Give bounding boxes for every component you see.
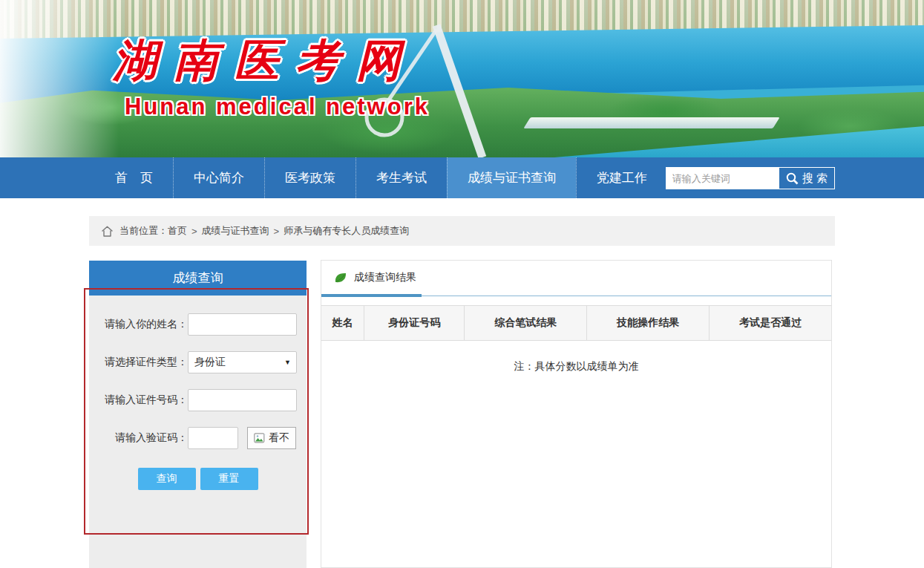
results-table-header-row: 姓名 身份证号码 综合笔试结果 技能操作结果 考试是否通过 [321, 305, 831, 341]
score-query-panel: 成绩查询 请输入你的姓名： 请选择证件类型： 身份证 ▼ 请输入证件号码： 请输… [89, 261, 307, 568]
col-header-written-result: 综合笔试结果 [464, 306, 586, 340]
site-logo-title: 湖南医考网 [113, 31, 417, 91]
breadcrumb-separator: > [274, 226, 280, 237]
col-header-id-number: 身份证号码 [364, 306, 464, 340]
reset-button[interactable]: 重置 [200, 468, 258, 490]
leaf-icon [334, 272, 347, 284]
captcha-image[interactable]: 看不 [247, 427, 296, 449]
home-icon [101, 225, 114, 238]
results-tabbar: 成绩查询结果 [321, 261, 831, 295]
form-row-name: 请输入你的姓名： [99, 313, 297, 336]
name-field-label: 请输入你的姓名： [99, 318, 188, 331]
breadcrumb-item-score-query[interactable]: 成绩与证书查询 [202, 224, 269, 238]
captcha-alt-text: 看不 [269, 431, 289, 445]
tab-active-underline [321, 294, 422, 297]
col-header-skill-result: 技能操作结果 [586, 306, 709, 340]
results-panel: 成绩查询结果 姓名 身份证号码 综合笔试结果 技能操作结果 考试是否通过 注：具… [321, 260, 832, 568]
chevron-down-icon: ▼ [284, 359, 291, 366]
nav-items: 首 页 中心简介 医考政策 考生考试 成绩与证书查询 党建工作 [95, 157, 667, 198]
broken-image-icon [254, 433, 266, 444]
search-input[interactable] [666, 168, 779, 189]
col-header-name: 姓名 [321, 306, 364, 340]
col-header-pass-status: 考试是否通过 [709, 306, 831, 340]
nav-item-candidate-exam[interactable]: 考生考试 [355, 157, 447, 198]
search-icon [786, 172, 799, 185]
nav-item-party-building[interactable]: 党建工作 [576, 157, 667, 198]
breadcrumb-prefix: 当前位置： [119, 224, 168, 238]
nav-item-score-certificate-query[interactable]: 成绩与证书查询 [447, 157, 576, 198]
nav-item-center-intro[interactable]: 中心简介 [173, 157, 264, 198]
site-logo-subtitle: Hunan medical network [125, 94, 430, 120]
results-table: 姓名 身份证号码 综合笔试结果 技能操作结果 考试是否通过 [321, 305, 831, 341]
id-type-selected-value: 身份证 [194, 356, 226, 369]
search-button-label: 搜 索 [802, 172, 828, 186]
nav-item-exam-policy[interactable]: 医考政策 [264, 157, 355, 198]
main-navigation: 首 页 中心简介 医考政策 考生考试 成绩与证书查询 党建工作 搜 索 [0, 157, 924, 198]
name-input[interactable] [188, 313, 297, 336]
score-query-form: 请输入你的姓名： 请选择证件类型： 身份证 ▼ 请输入证件号码： 请输入验证码： [89, 296, 307, 490]
id-type-field-label: 请选择证件类型： [99, 356, 188, 369]
breadcrumb-separator: > [191, 226, 197, 237]
tab-results-label[interactable]: 成绩查询结果 [354, 271, 416, 284]
breadcrumb-item-home[interactable]: 首页 [168, 224, 187, 238]
form-row-id-number: 请输入证件号码： [99, 389, 297, 411]
page: 湖南医考网 Hunan medical network 首 页 中心简介 医考政… [0, 0, 924, 568]
score-query-panel-title: 成绩查询 [89, 261, 307, 296]
query-button[interactable]: 查询 [138, 468, 196, 490]
nav-item-home[interactable]: 首 页 [95, 157, 173, 198]
id-type-select[interactable]: 身份证 ▼ [188, 351, 297, 373]
results-note: 注：具体分数以成绩单为准 [321, 360, 831, 373]
site-banner: 湖南医考网 Hunan medical network [0, 0, 924, 157]
form-row-captcha: 请输入验证码： 看不 [99, 427, 297, 449]
captcha-input[interactable] [188, 427, 238, 449]
captcha-field-label: 请输入验证码： [99, 431, 188, 445]
form-row-id-type: 请选择证件类型： 身份证 ▼ [99, 351, 297, 373]
id-number-input[interactable] [188, 389, 297, 411]
breadcrumb-item-current-page: 师承与确有专长人员成绩查询 [284, 224, 409, 238]
search-box: 搜 索 [666, 167, 835, 189]
breadcrumb: 当前位置： 首页 > 成绩与证书查询 > 师承与确有专长人员成绩查询 [89, 216, 835, 246]
form-buttons: 查询 重置 [89, 468, 307, 490]
id-number-field-label: 请输入证件号码： [99, 394, 188, 407]
banner-left-fade [0, 0, 119, 157]
search-button[interactable]: 搜 索 [779, 168, 834, 189]
